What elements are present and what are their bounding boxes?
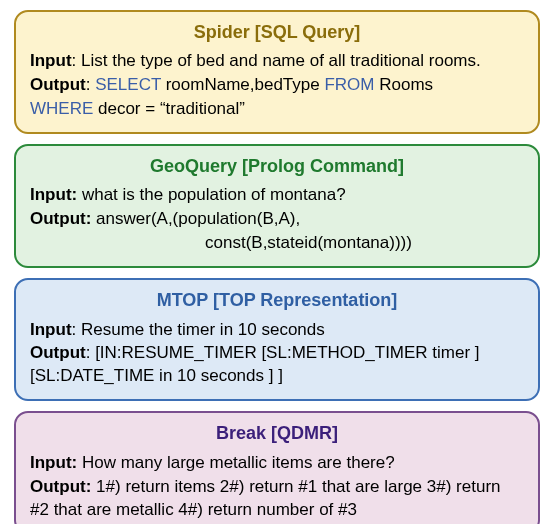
input-text: what is the population of montana?: [77, 185, 345, 204]
spider-input-line: Input: List the type of bed and name of …: [30, 50, 524, 73]
output-label: Output: [30, 343, 86, 362]
sql-select-cols: roomName,bedType: [161, 75, 324, 94]
input-label: Input: [30, 51, 72, 70]
sql-select-kw: SELECT: [95, 75, 161, 94]
sql-from-kw: FROM: [324, 75, 374, 94]
input-text: : List the type of bed and name of all t…: [72, 51, 481, 70]
card-mtop: MTOP [TOP Representation] Input: Resume …: [14, 278, 540, 401]
card-break: Break [QDMR] Input: How many large metal…: [14, 411, 540, 524]
input-text: : Resume the timer in 10 seconds: [72, 320, 325, 339]
sql-where-clause: decor = “traditional”: [93, 99, 245, 118]
card-spider: Spider [SQL Query] Input: List the type …: [14, 10, 540, 134]
card-title-mtop: MTOP [TOP Representation]: [30, 288, 524, 312]
output-prefix: :: [86, 75, 95, 94]
output-text: 1#) return items 2#) return #1 that are …: [30, 477, 501, 519]
output-label: Output:: [30, 209, 91, 228]
output-text-2: const(B,stateid(montana)))): [205, 233, 412, 252]
card-title-geoquery: GeoQuery [Prolog Command]: [30, 154, 524, 178]
sql-from-tbl: Rooms: [375, 75, 434, 94]
input-label: Input: [30, 320, 72, 339]
spider-output-line2: WHERE decor = “traditional”: [30, 98, 524, 121]
mtop-output-line: Output: [IN:RESUME_TIMER [SL:METHOD_TIME…: [30, 342, 524, 388]
input-label: Input:: [30, 453, 77, 472]
card-geoquery: GeoQuery [Prolog Command] Input: what is…: [14, 144, 540, 268]
mtop-input-line: Input: Resume the timer in 10 seconds: [30, 319, 524, 342]
spider-output-line1: Output: SELECT roomName,bedType FROM Roo…: [30, 74, 524, 97]
geoquery-output-line2: const(B,stateid(montana)))): [30, 232, 524, 255]
geoquery-input-line: Input: what is the population of montana…: [30, 184, 524, 207]
break-output-line: Output: 1#) return items 2#) return #1 t…: [30, 476, 524, 522]
output-text-1: answer(A,(population(B,A),: [91, 209, 300, 228]
output-text: : [IN:RESUME_TIMER [SL:METHOD_TIMER time…: [30, 343, 480, 385]
sql-where-kw: WHERE: [30, 99, 93, 118]
output-label: Output: [30, 75, 86, 94]
output-label: Output:: [30, 477, 91, 496]
input-text: How many large metallic items are there?: [77, 453, 394, 472]
card-title-break: Break [QDMR]: [30, 421, 524, 445]
input-label: Input:: [30, 185, 77, 204]
card-title-spider: Spider [SQL Query]: [30, 20, 524, 44]
geoquery-output-line1: Output: answer(A,(population(B,A),: [30, 208, 524, 231]
break-input-line: Input: How many large metallic items are…: [30, 452, 524, 475]
